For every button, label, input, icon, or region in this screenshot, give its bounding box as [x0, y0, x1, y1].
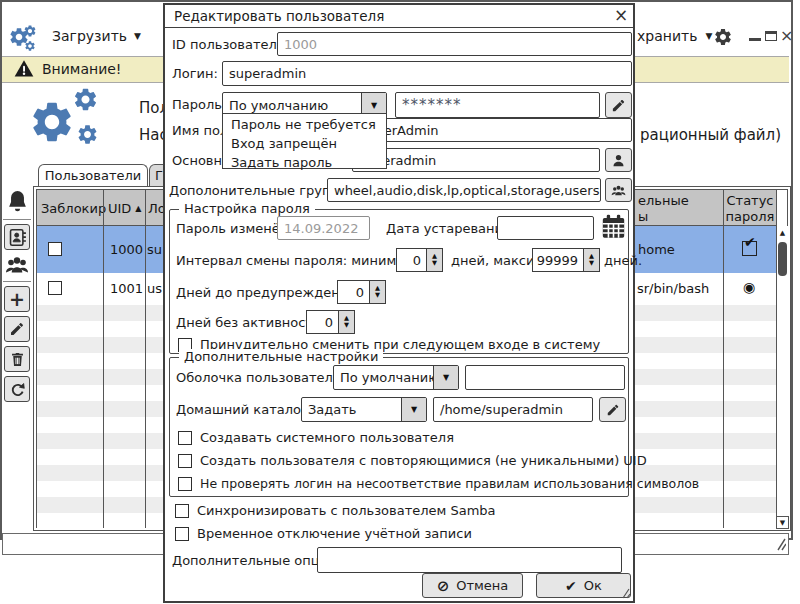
row2-value-cell-fragment[interactable]: sr/bin/bash	[637, 281, 709, 296]
id-label: ID пользователя:	[172, 37, 289, 52]
cancel-button[interactable]: ⊘ Отмена	[422, 573, 523, 598]
extra-options-input[interactable]	[317, 547, 622, 573]
window-resize-grip-icon[interactable]	[766, 537, 786, 552]
row2-uid-cell[interactable]: 1001	[110, 281, 143, 296]
load-dropdown-arrow-icon: ▼	[134, 31, 141, 41]
interval-min-spinner[interactable]: 0 ▲▼	[396, 248, 443, 272]
refresh-button[interactable]	[4, 376, 30, 402]
column-separator	[103, 190, 104, 528]
inactive-days-spinner[interactable]: 0 ▲▼	[306, 310, 355, 334]
column-header-password-status[interactable]: Статус пароля	[724, 193, 776, 225]
shell-combobox[interactable]: По умолчанию ▼	[333, 365, 459, 390]
expire-date-label: Дата устаревания:	[386, 221, 515, 236]
add-user-button[interactable]: +	[4, 286, 30, 312]
spinner-arrows-icon[interactable]: ▲▼	[339, 310, 355, 334]
disable-account-checkbox-row[interactable]: Временное отключение учётной записи	[175, 526, 472, 541]
column-header-status-line2: пароля	[724, 209, 776, 225]
column-header-groups-fragment[interactable]: ельные ы	[638, 193, 689, 225]
combobox-arrow-icon[interactable]: ▼	[401, 398, 426, 421]
row1-value-cell-fragment[interactable]: home	[638, 242, 675, 257]
save-button[interactable]: хранить ▼	[637, 28, 712, 44]
row1-uid-cell[interactable]: 1000	[110, 242, 143, 257]
select-primary-group-button[interactable]	[605, 148, 632, 172]
login-input[interactable]: superadmin	[222, 61, 632, 86]
extra-groups-input[interactable]: wheel,audio,disk,lp,optical,storage,user…	[327, 178, 601, 202]
calendar-icon[interactable]	[600, 213, 627, 240]
warn-days-value: 0	[337, 280, 370, 304]
shell-input[interactable]	[465, 365, 625, 390]
home-dir-input[interactable]: /home/superadmin	[433, 397, 593, 422]
scrollbar-up-button[interactable]: ▲	[777, 227, 788, 239]
row1-login-cell-fragment[interactable]: su	[147, 242, 162, 257]
menu-item-set-password[interactable]: Задать пароль	[223, 153, 386, 172]
primary-group-input[interactable]: superadmin	[352, 148, 600, 172]
samba-sync-checkbox[interactable]	[175, 504, 189, 518]
id-input[interactable]: 1000	[277, 32, 632, 56]
maximize-button[interactable]	[765, 31, 777, 41]
row1-blocked-checkbox[interactable]	[48, 242, 62, 256]
spinner-arrows-icon[interactable]: ▲▼	[584, 248, 600, 272]
column-header-blocked[interactable]: Заблокир	[41, 201, 106, 216]
warn-days-spinner[interactable]: 0 ▲▼	[337, 280, 386, 304]
edit-user-button[interactable]	[4, 316, 30, 342]
full-name-input[interactable]: SuperAdmin	[352, 118, 632, 142]
duplicate-uid-checkbox[interactable]	[178, 454, 192, 468]
menu-item-no-password[interactable]: Пароль не требуется	[223, 115, 386, 134]
user-groups-button[interactable]	[4, 253, 30, 277]
sidebar-divider	[3, 219, 31, 220]
extra-groups-label: Дополонительные группы:	[169, 183, 354, 198]
column-header-groups-line2: ы	[638, 209, 689, 225]
warn-days-label: Дней до предупреждения:	[176, 285, 360, 300]
row2-blocked-checkbox[interactable]	[48, 281, 62, 295]
settings-gear-button[interactable]	[713, 27, 733, 47]
password-settings-group: Настройка пароля Пароль изменён: 14.09.2…	[169, 209, 629, 354]
column-header-uid[interactable]: UID ▲	[108, 201, 142, 216]
combobox-arrow-icon[interactable]: ▼	[433, 366, 458, 389]
page-subtitle-right-fragment: рационный файл)	[640, 126, 781, 144]
address-book-button[interactable]	[4, 224, 30, 250]
sort-ascending-icon: ▲	[135, 204, 141, 213]
minimize-button[interactable]	[749, 38, 761, 41]
edit-password-button[interactable]	[605, 92, 632, 118]
extra-groups-value: wheel,audio,disk,lp,optical,storage,user…	[334, 183, 601, 198]
password-settings-legend: Настройка пароля	[179, 201, 315, 216]
load-button[interactable]: Загрузить ▼	[52, 28, 141, 44]
password-value: *******	[402, 96, 462, 114]
cancel-icon: ⊘	[437, 577, 450, 595]
skip-login-check-checkbox-row[interactable]: Не проверять логин на несоответствие пра…	[178, 476, 699, 491]
duplicate-uid-checkbox-row[interactable]: Создать пользователя с повторяющимися (н…	[178, 453, 647, 468]
warning-triangle-icon	[13, 59, 35, 79]
row1-password-status-checked-icon[interactable]: ✔	[742, 241, 757, 256]
close-window-button[interactable]: ×	[780, 26, 793, 45]
dialog-resize-grip-icon[interactable]	[617, 587, 630, 599]
system-user-checkbox-row[interactable]: Создавать системного пользователя	[178, 430, 454, 445]
expire-date-input[interactable]	[497, 216, 594, 240]
spinner-arrows-icon[interactable]: ▲▼	[370, 280, 386, 304]
tab-users[interactable]: Пользователи	[38, 164, 148, 186]
row2-password-status-radio-icon[interactable]: ◉	[743, 279, 755, 295]
delete-user-button[interactable]	[4, 346, 30, 372]
scrollbar-thumb[interactable]	[778, 242, 787, 276]
row2-login-cell-fragment[interactable]: us	[147, 281, 162, 296]
dialog-close-button[interactable]: ×	[614, 5, 628, 25]
edit-home-dir-button[interactable]	[599, 397, 626, 422]
disable-account-checkbox[interactable]	[175, 527, 189, 541]
load-button-label: Загрузить	[52, 28, 127, 44]
ok-check-icon: ✔	[565, 578, 577, 594]
password-input[interactable]: *******	[395, 92, 600, 118]
select-extra-groups-button[interactable]	[605, 178, 632, 202]
save-button-label-fragment: хранить	[637, 28, 697, 44]
system-user-checkbox[interactable]	[178, 431, 192, 445]
disable-account-label: Временное отключение учётной записи	[197, 526, 472, 541]
spinner-arrows-icon[interactable]: ▲▼	[427, 248, 443, 272]
notifications-bell-button[interactable]	[5, 189, 30, 214]
scrollbar-down-button[interactable]: ▼	[776, 516, 789, 529]
additional-settings-legend: Дополнительные настройки	[179, 349, 383, 364]
skip-login-check-checkbox[interactable]	[178, 477, 192, 491]
interval-max-spinner[interactable]: 99999 ▲▼	[532, 248, 600, 272]
inactive-days-label: Дней без активности:	[176, 315, 326, 330]
samba-sync-checkbox-row[interactable]: Синхронизировать с пользователем Samba	[175, 503, 496, 518]
password-changed-label: Пароль изменён:	[176, 221, 293, 236]
home-dir-combobox[interactable]: Задать ▼	[301, 397, 427, 422]
menu-item-login-denied[interactable]: Вход запрещён	[223, 134, 386, 153]
